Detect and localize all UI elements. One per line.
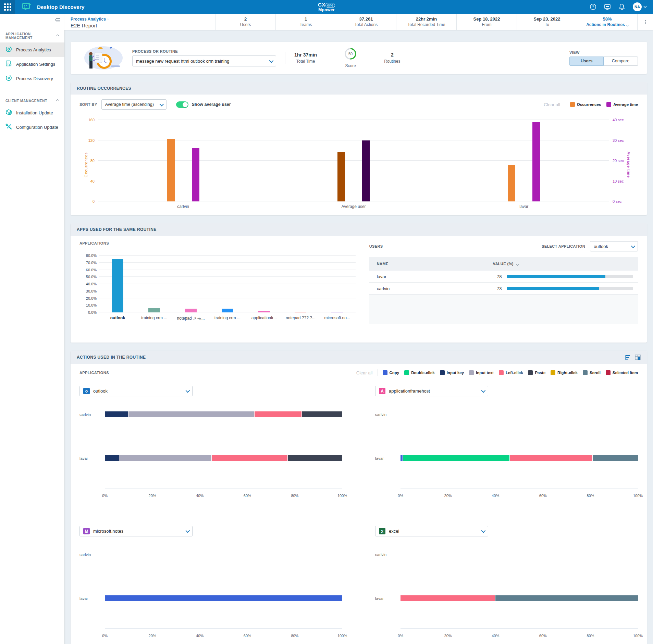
sidebar-item-application-settings[interactable]: Application Settings [0, 57, 64, 71]
x-axis-tick: 100% [337, 494, 347, 498]
stat-value: 22hr 2min [416, 16, 437, 22]
user-menu[interactable]: NA [633, 2, 647, 11]
table-row[interactable]: carlvin73 [369, 283, 638, 295]
legend-item-occurrences[interactable]: Occurrences [570, 102, 601, 107]
show-average-user-toggle[interactable]: Show average user [176, 101, 231, 108]
app-bar-outlook[interactable] [112, 259, 123, 312]
stacked-bar-chart: carlvinlavar0%20%40%60%80%100% [375, 409, 638, 510]
segment-scroll[interactable] [593, 455, 638, 461]
stacked-bar-track [401, 411, 638, 417]
segment-input-text[interactable] [119, 455, 212, 461]
app-bar-notepad[interactable] [185, 309, 197, 312]
grid-view-icon[interactable] [635, 355, 641, 360]
segment-scroll[interactable] [495, 595, 638, 601]
stacked-bar-track [401, 455, 638, 461]
x-axis-line [105, 488, 342, 488]
segment-input-text[interactable] [128, 411, 254, 417]
legend-item-right-click[interactable]: Right-click [551, 370, 578, 375]
segment-double-click[interactable] [403, 455, 510, 461]
y-axis-tick: 60.0% [86, 268, 97, 272]
legend-item-scroll[interactable]: Scroll [583, 370, 601, 375]
sidebar-section-label: APPLICATION MANAGEMENT [5, 32, 57, 40]
chevron-down-icon [626, 24, 629, 26]
segment-left-click[interactable] [401, 595, 495, 601]
app-bar-applicationfr[interactable] [258, 311, 270, 312]
sort-by-select[interactable]: Average time (ascending) [101, 99, 167, 110]
bar-average-time [192, 148, 199, 201]
legend-item-left-click[interactable]: Left-click [499, 370, 523, 375]
app-category-label: training crm ... [141, 315, 167, 320]
stat-from: Sep 18, 2022From [456, 14, 517, 30]
select-application-label: SELECT APPLICATION [542, 244, 585, 248]
table-row[interactable]: lavar78 [369, 271, 638, 283]
total-time-value: 1hr 37min [294, 52, 317, 58]
report-overflow-menu-icon[interactable] [637, 14, 653, 30]
sidebar-item-installation-update[interactable]: Installation Update [0, 106, 64, 120]
app-select-microsoft-notes[interactable]: Mmicrosoft.notes [79, 526, 193, 536]
app-select-excel[interactable]: xexcel [375, 526, 488, 536]
app-launcher-icon[interactable] [0, 0, 15, 14]
actions-used-card: ACTIONS USED IN THE ROUTINE [71, 351, 647, 644]
notifications-bell-icon[interactable] [618, 3, 625, 10]
users-table-value-header[interactable]: VALUE (%) [493, 262, 513, 266]
segment-left-click[interactable] [255, 411, 302, 417]
segment-input-key[interactable] [105, 455, 119, 461]
gridline [98, 120, 609, 120]
legend-item-input-key[interactable]: Input key [440, 370, 464, 375]
legend-item-input-text[interactable]: Input text [469, 370, 494, 375]
app-category-label: outlook [110, 315, 125, 320]
sidebar-section-title[interactable]: APPLICATION MANAGEMENT [0, 29, 64, 42]
stat-total-recorded-time: 22hr 2minTotal Recorded Time [396, 14, 456, 30]
legend-item-selected-item[interactable]: Selected item [606, 370, 638, 375]
score-label: Score [344, 63, 357, 69]
app-bar-notepad[interactable] [295, 312, 306, 312]
segment-left-click[interactable] [510, 455, 593, 461]
legend-item-double-click[interactable]: Double-click [404, 370, 434, 375]
occurrences-plot: 00 sec4010 sec8020 sec12030 sec16040 sec… [98, 120, 609, 201]
bar-average-time [532, 122, 540, 201]
occurrences-clear-all[interactable]: Clear all [544, 102, 560, 107]
app-bar-training-crm[interactable] [148, 308, 160, 312]
sidebar-item-configuration-update[interactable]: Configuration Update [0, 120, 64, 134]
segment-paste[interactable] [288, 455, 342, 461]
segment-left-click[interactable] [212, 455, 288, 461]
app-bar-training-crm[interactable] [222, 309, 233, 312]
bar-view-icon[interactable] [625, 355, 631, 360]
sidebar-item-process-discovery[interactable]: Process Discovery [0, 71, 64, 86]
apps-used-header: APPS USED FOR THE SAME ROUTINE [71, 223, 647, 236]
sidebar-collapse-icon[interactable] [55, 18, 60, 23]
app-select-outlook[interactable]: ooutlook [79, 386, 193, 396]
segment-input-key[interactable] [105, 411, 128, 417]
legend-item-average-time[interactable]: Average time [606, 102, 638, 107]
app-category-label: applicationfr... [251, 315, 277, 320]
breadcrumb[interactable]: Process Analytics [71, 17, 106, 22]
chevron-up-icon [56, 99, 60, 103]
view-option-compare[interactable]: Compare [604, 57, 638, 66]
segment-copy[interactable] [105, 595, 342, 601]
app-select-applicationframehost[interactable]: Aapplicationframehost [375, 386, 488, 396]
view-option-users[interactable]: Users [569, 57, 604, 66]
users-table-name-header[interactable]: NAME [369, 262, 493, 266]
application-select[interactable]: outlook [590, 241, 638, 251]
legend-swatch [383, 370, 387, 375]
legend-item-copy[interactable]: Copy [383, 370, 399, 375]
segment-paste[interactable] [302, 411, 342, 417]
actions-clear-all[interactable]: Clear all [356, 370, 373, 375]
app-bar-microsoft-no[interactable] [331, 312, 343, 312]
applications-plot: 80.0%70.0%60.0%50.0%40.0%30.0%20.0%10.0%… [99, 256, 356, 312]
right-axis-tick: 0 sec [613, 199, 621, 203]
y-axis-tick: 30.0% [86, 289, 97, 293]
screen-share-icon[interactable] [604, 3, 611, 10]
chevron-down-icon [481, 388, 486, 393]
stat-actions-in-routines[interactable]: 58%Actions in Routines [577, 14, 637, 30]
sidebar-section-title[interactable]: CLIENT MANAGEMENT [0, 96, 64, 106]
stat-users: 2Users [215, 14, 275, 30]
sidebar-item-process-analytics[interactable]: Process Analytics [0, 42, 64, 57]
row-user-label: lavar [79, 456, 105, 460]
process-select[interactable]: message new request html outlook crm tra… [132, 55, 276, 66]
segment-copy[interactable] [401, 455, 403, 461]
x-axis-tick: 80% [291, 494, 298, 498]
help-icon[interactable]: ? [590, 3, 596, 10]
legend-item-paste[interactable]: Paste [528, 370, 545, 375]
routine-occurrences-card: ROUTINE OCCURRENCES SORT BY Average time… [71, 82, 647, 215]
